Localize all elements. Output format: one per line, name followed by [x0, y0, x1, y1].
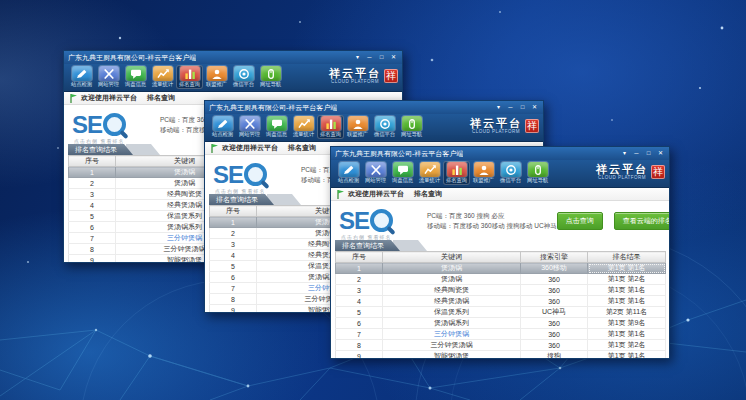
cell-index: 5 [336, 307, 383, 318]
toolbar-item-alliance-promo[interactable]: 联盟推广 [203, 65, 230, 89]
magnifier-icon [244, 163, 267, 186]
table-row[interactable]: 1煲汤锅360移动第1页 第1名 [336, 263, 666, 274]
toolbar-item-ranking-query[interactable]: 排名查询 [443, 161, 470, 185]
toolbar-item-traffic-stats[interactable]: 流量统计 [290, 115, 317, 139]
tab-rank-results[interactable]: 排名查询结果 [335, 240, 400, 251]
alliance-promo-icon [207, 66, 227, 81]
toolbar-item-wechat-platform[interactable]: 微信平台 [371, 115, 398, 139]
wechat-platform-icon [501, 162, 521, 177]
table-row[interactable]: 5保温煲系列UC神马第2页 第11名 [336, 307, 666, 318]
toolbar-item-wechat-platform[interactable]: 微信平台 [230, 65, 257, 89]
toolbar-item-label: 网站管理 [97, 81, 121, 87]
table-row[interactable]: 2煲汤锅360第1页 第2名 [336, 274, 666, 285]
menu-arrow-icon[interactable]: ▾ [494, 103, 503, 112]
toolbar-item-traffic-stats[interactable]: 流量统计 [149, 65, 176, 89]
minimize-button[interactable]: ─ [632, 149, 641, 158]
toolbar-item-ranking-query[interactable]: 排名查询 [317, 115, 344, 139]
seo-logo-letters: SE [339, 209, 369, 233]
brand-logo: 祥云平台 CLOUD PLATFORM 祥 [329, 65, 398, 85]
brand-subtitle: CLOUD PLATFORM [596, 176, 648, 181]
flag-icon [70, 94, 77, 103]
flag-icon [337, 190, 344, 199]
cell-rank: 第1页 第1名 [588, 329, 666, 340]
cell-engine: 360 [521, 340, 588, 351]
toolbar-item-site-nav[interactable]: 网址导航 [257, 65, 284, 89]
tab-rank-results[interactable]: 排名查询结果 [68, 144, 133, 155]
menu-arrow-icon[interactable]: ▾ [353, 53, 362, 62]
minimize-button[interactable]: ─ [506, 103, 515, 112]
window-titlebar[interactable]: 广东九典王厨具有限公司-祥云平台客户端 ▾ ─ □ ✕ [205, 101, 543, 114]
window-title: 广东九典王厨具有限公司-祥云平台客户端 [209, 103, 337, 113]
header-keyword: 关键词 [383, 252, 521, 263]
toolbar-item-site-check[interactable]: 站点检测 [209, 115, 236, 139]
cell-index: 3 [336, 285, 383, 296]
close-button[interactable]: ✕ [656, 149, 665, 158]
cell-rank: 第2页 第11名 [588, 307, 666, 318]
toolbar-item-site-manage[interactable]: 网站管理 [362, 161, 389, 185]
close-button[interactable]: ✕ [530, 103, 539, 112]
cell-engine: 360 [521, 296, 588, 307]
wechat-platform-icon [234, 66, 254, 81]
brand-name: 祥云平台 [596, 164, 648, 175]
toolbar-item-inquiry[interactable]: 询盘信息 [122, 65, 149, 89]
minimize-button[interactable]: ─ [365, 53, 374, 62]
maximize-button[interactable]: □ [518, 103, 527, 112]
seo-logo: SE 点击右侧 查看排名 [339, 209, 427, 233]
toolbar-item-site-manage[interactable]: 网站管理 [95, 65, 122, 89]
toolbar-item-label: 站点检测 [70, 81, 94, 87]
toolbar-item-label: 网址导航 [526, 177, 550, 183]
toolbar-item-site-check[interactable]: 站点检测 [68, 65, 95, 89]
header-rank: 排名结果 [588, 252, 666, 263]
breadcrumb-welcome: 欢迎使用祥云平台 [81, 93, 137, 103]
cell-rank: 第1页 第1名 [588, 296, 666, 307]
table-row[interactable]: 8三分钟煲汤锅360第1页 第2名 [336, 340, 666, 351]
maximize-button[interactable]: □ [377, 53, 386, 62]
cell-index: 7 [336, 329, 383, 340]
tab-rank-results[interactable]: 排名查询结果 [209, 194, 274, 205]
toolbar-item-ranking-query[interactable]: 排名查询 [176, 65, 203, 89]
menu-arrow-icon[interactable]: ▾ [620, 149, 629, 158]
view-cloud-rank-button[interactable]: 查看云端的排名 [614, 212, 670, 230]
close-button[interactable]: ✕ [389, 53, 398, 62]
cell-index: 7 [69, 233, 116, 244]
toolbar-item-wechat-platform[interactable]: 微信平台 [497, 161, 524, 185]
site-manage-icon [99, 66, 119, 81]
cell-engine: 360 [521, 274, 588, 285]
traffic-stats-icon [294, 116, 314, 131]
table-row[interactable]: 4经典煲汤锅360第1页 第1名 [336, 296, 666, 307]
toolbar-item-site-nav[interactable]: 网址导航 [398, 115, 425, 139]
maximize-button[interactable]: □ [644, 149, 653, 158]
toolbar-item-inquiry[interactable]: 询盘信息 [389, 161, 416, 185]
cell-engine: 360 [521, 318, 588, 329]
toolbar-item-label: 站点检测 [337, 177, 361, 183]
toolbar-item-traffic-stats[interactable]: 流量统计 [416, 161, 443, 185]
query-button[interactable]: 点击查询 [557, 212, 603, 230]
cell-engine: UC神马 [521, 307, 588, 318]
table-row[interactable]: 3经典陶瓷煲360第1页 第1名 [336, 285, 666, 296]
toolbar-item-label: 联盟推广 [472, 177, 496, 183]
toolbar-item-inquiry[interactable]: 询盘信息 [263, 115, 290, 139]
cell-index: 3 [210, 239, 257, 250]
cell-rank: 第1页 第1名 [588, 285, 666, 296]
window-controls: ▾ ─ □ ✕ [353, 53, 398, 62]
flag-icon [211, 144, 218, 153]
inquiry-icon [126, 66, 146, 81]
seo-logo-tagline: 点击右侧 查看排名 [74, 138, 124, 144]
window-titlebar[interactable]: 广东九典王厨具有限公司-祥云平台客户端 ▾ ─ □ ✕ [331, 147, 669, 160]
toolbar-item-site-nav[interactable]: 网址导航 [524, 161, 551, 185]
site-manage-icon [366, 162, 386, 177]
cell-index: 4 [210, 250, 257, 261]
toolbar-item-label: 流量统计 [292, 131, 316, 137]
toolbar-item-site-manage[interactable]: 网站管理 [236, 115, 263, 139]
toolbar-item-site-check[interactable]: 站点检测 [335, 161, 362, 185]
table-row[interactable]: 7三分钟煲锅360第1页 第1名 [336, 329, 666, 340]
toolbar-item-alliance-promo[interactable]: 联盟推广 [470, 161, 497, 185]
cell-index: 6 [69, 222, 116, 233]
cell-engine: 360移动 [521, 263, 588, 274]
cell-index: 4 [336, 296, 383, 307]
table-row[interactable]: 9智能粥汤煲搜狗第1页 第1名 [336, 351, 666, 360]
window-titlebar[interactable]: 广东九典王厨具有限公司-祥云平台客户端 ▾ ─ □ ✕ [64, 51, 402, 64]
toolbar-item-label: 排名查询 [319, 131, 343, 137]
toolbar-item-alliance-promo[interactable]: 联盟推广 [344, 115, 371, 139]
table-row[interactable]: 6煲汤锅系列360第1页 第9名 [336, 318, 666, 329]
